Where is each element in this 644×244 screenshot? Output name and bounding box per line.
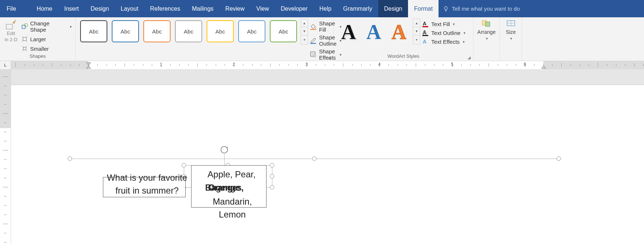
- larger-label: Larger: [30, 36, 46, 42]
- tab-grammarly[interactable]: Grammarly: [337, 0, 378, 17]
- svg-rect-16: [485, 22, 490, 26]
- svg-rect-9: [312, 53, 316, 57]
- wordart-thumb-1[interactable]: A: [341, 22, 356, 42]
- change-shape-button[interactable]: Change Shape▾: [20, 20, 73, 33]
- tab-review[interactable]: Review: [219, 0, 250, 17]
- indent-marker-right[interactable]: [541, 61, 546, 69]
- question-text: What is your favorite fruit in summer?: [107, 171, 187, 197]
- tab-home[interactable]: Home: [31, 0, 58, 17]
- horizontal-ruler[interactable]: 123456: [11, 61, 644, 69]
- tab-context-design[interactable]: Design: [378, 0, 408, 17]
- shape-style-thumb-3[interactable]: Abc: [175, 20, 202, 42]
- tab-references[interactable]: References: [144, 0, 186, 17]
- chevron-down-icon: ▾: [510, 36, 512, 40]
- edit-label: Edit: [7, 31, 15, 36]
- tab-help[interactable]: Help: [314, 0, 337, 17]
- wordart-gallery[interactable]: A A A: [336, 19, 411, 45]
- text-effects-button[interactable]: A Text Effects▾: [422, 38, 465, 45]
- arrange-button[interactable]: Arrange ▾: [476, 19, 497, 40]
- svg-rect-13: [422, 35, 428, 36]
- shape-style-gallery[interactable]: AbcAbcAbcAbcAbcAbcAbc: [78, 19, 299, 44]
- svg-text:A: A: [423, 39, 426, 45]
- page[interactable]: What is your favorite fruit in summer? A…: [11, 85, 644, 244]
- vertical-ruler[interactable]: [0, 69, 11, 244]
- svg-rect-5: [23, 47, 26, 50]
- selection-handle[interactable]: [270, 163, 274, 167]
- svg-point-0: [444, 7, 447, 10]
- tab-view[interactable]: View: [250, 0, 275, 17]
- shape-style-thumb-5[interactable]: Abc: [238, 20, 265, 42]
- svg-rect-6: [310, 29, 316, 30]
- tab-design[interactable]: Design: [85, 0, 115, 17]
- tell-me-search[interactable]: Tell me what you want to do: [439, 0, 524, 17]
- wordart-gallery-next[interactable]: ▼: [413, 27, 420, 35]
- group-label-wordart: WordArt Styles: [336, 53, 471, 60]
- text-fill-icon: A: [422, 20, 429, 28]
- indent-marker-left[interactable]: [86, 61, 91, 69]
- wordart-thumb-2[interactable]: A: [366, 22, 381, 42]
- group-shapes: Edit in 2-D Change Shape▾ Larger Smaller…: [0, 17, 76, 61]
- group-arrange: Arrange ▾: [473, 17, 500, 61]
- tab-insert[interactable]: Insert: [58, 0, 85, 17]
- shape-style-thumb-6[interactable]: Abc: [270, 20, 297, 42]
- shape-style-thumb-1[interactable]: Abc: [112, 20, 139, 42]
- wordart-gallery-more[interactable]: ▾: [413, 35, 420, 44]
- shape-style-thumb-2[interactable]: Abc: [143, 20, 171, 42]
- text-fill-button[interactable]: A Text Fill▾: [422, 20, 465, 28]
- lightbulb-icon: [443, 6, 449, 12]
- in2d-label: in 2-D: [5, 37, 18, 42]
- svg-rect-2: [22, 25, 25, 28]
- gallery-next-button[interactable]: ▼: [301, 27, 308, 35]
- size-label: Size: [506, 29, 516, 35]
- group-label-arrange: [476, 53, 497, 60]
- selection-handle[interactable]: [312, 156, 316, 161]
- wordart-gallery-spinner: ▲ ▼ ▾: [413, 19, 420, 45]
- edit-in-2d-button: Edit in 2-D: [2, 19, 20, 42]
- larger-button[interactable]: Larger: [20, 35, 73, 43]
- chevron-down-icon: ▾: [70, 25, 72, 29]
- arrange-label: Arrange: [477, 29, 496, 35]
- tab-file[interactable]: File: [0, 0, 23, 17]
- text-outline-icon: A: [422, 29, 429, 36]
- smaller-button[interactable]: Smaller: [20, 45, 73, 53]
- size-button[interactable]: Size ▾: [502, 19, 519, 40]
- group-label-size: [502, 53, 519, 60]
- shape-style-thumb-0[interactable]: Abc: [80, 20, 107, 42]
- ruler-number: 1: [160, 62, 162, 67]
- tab-layout[interactable]: Layout: [115, 0, 144, 17]
- tab-context-format[interactable]: Format: [408, 0, 439, 17]
- text-outline-button[interactable]: A Text Outline▾: [422, 29, 465, 36]
- document-area: What is your favorite fruit in summer? A…: [0, 69, 644, 244]
- tab-mailings[interactable]: Mailings: [186, 0, 219, 17]
- answer-line1: Apple, Pear,: [198, 168, 265, 181]
- selection-handle[interactable]: [68, 156, 72, 161]
- svg-point-21: [221, 146, 228, 153]
- shape-style-thumb-4[interactable]: Abc: [207, 20, 234, 42]
- horizontal-ruler-row: L 123456: [0, 61, 644, 69]
- overlap-front: Oranges,: [208, 181, 243, 194]
- dialog-launcher-shape-styles[interactable]: ◢: [327, 55, 332, 60]
- svg-text:A: A: [423, 21, 426, 26]
- svg-rect-7: [310, 43, 316, 44]
- svg-rect-11: [422, 26, 428, 27]
- selection-handle[interactable]: [270, 185, 274, 190]
- answer-rest: Mandarin, Lemon: [199, 195, 265, 221]
- svg-text:A: A: [423, 29, 426, 35]
- tab-developer[interactable]: Developer: [275, 0, 314, 17]
- selection-handle[interactable]: [557, 156, 561, 161]
- ribbon-tabstrip: File Home Insert Design Layout Reference…: [0, 0, 644, 17]
- selection-handle[interactable]: [182, 163, 186, 167]
- size-icon: [506, 19, 516, 28]
- wordart-thumb-3[interactable]: A: [391, 22, 406, 42]
- arrange-icon: [482, 19, 492, 28]
- group-label-shapes: Shapes: [2, 53, 73, 60]
- text-effects-label: Text Effects: [431, 39, 459, 45]
- rotation-handle[interactable]: [219, 145, 229, 155]
- dialog-launcher-wordart[interactable]: ◢: [466, 55, 472, 60]
- selection-handle[interactable]: [270, 174, 274, 178]
- gallery-more-button[interactable]: ▾: [301, 35, 308, 44]
- larger-icon: [21, 36, 28, 42]
- wordart-gallery-prev[interactable]: ▲: [413, 19, 420, 27]
- gallery-prev-button[interactable]: ▲: [301, 19, 308, 27]
- ruler-corner[interactable]: L: [0, 61, 11, 69]
